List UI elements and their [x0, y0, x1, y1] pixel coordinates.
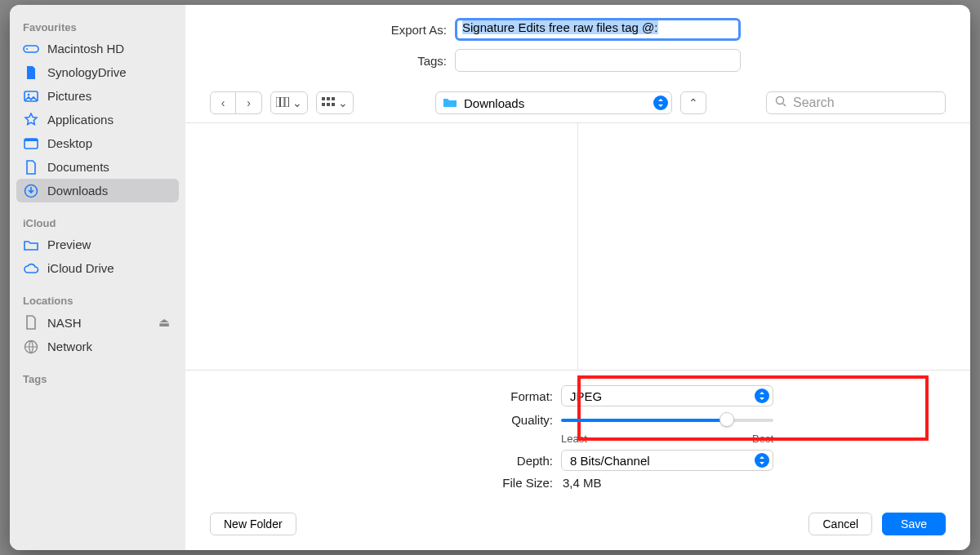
sidebar-item-pictures[interactable]: Pictures	[16, 84, 179, 108]
section-locations: Locations	[16, 290, 179, 310]
depth-value: 8 Bits/Channel	[570, 454, 650, 468]
svg-point-17	[777, 97, 784, 104]
sidebar-item-network[interactable]: Network	[16, 335, 179, 358]
format-label: Format:	[210, 389, 561, 403]
sidebar-item-label: Network	[47, 340, 92, 353]
sidebar-item-downloads[interactable]: Downloads	[16, 179, 179, 202]
folder-icon	[443, 96, 457, 110]
filesize-value: 3,4 MB	[561, 476, 602, 490]
group-button[interactable]: ⌄	[316, 91, 354, 114]
search-placeholder: Search	[793, 95, 835, 110]
search-icon	[775, 95, 786, 110]
chevron-left-icon: ‹	[221, 96, 225, 109]
sidebar-item-label: Macintosh HD	[47, 42, 124, 56]
collapse-button[interactable]: ⌃	[680, 91, 706, 114]
folder-icon	[23, 238, 39, 251]
updown-icon	[755, 388, 769, 403]
quality-max-label: Best	[752, 433, 773, 445]
document-icon	[23, 316, 39, 329]
tags-input[interactable]	[455, 49, 741, 72]
svg-rect-11	[322, 97, 325, 100]
disk-icon	[23, 42, 39, 56]
document-icon	[23, 66, 39, 79]
toolbar: ‹ › ⌄ ⌄ Downloads ⌃ Search	[185, 80, 970, 122]
grid-icon	[322, 96, 335, 109]
sidebar-item-label: iCloud Drive	[47, 261, 114, 275]
svg-rect-16	[332, 103, 335, 106]
quality-slider[interactable]	[561, 411, 773, 428]
desktop-icon	[23, 137, 39, 150]
svg-rect-8	[276, 97, 280, 107]
app-icon	[23, 113, 39, 127]
browser-column[interactable]	[578, 123, 970, 370]
quality-min-label: Least	[561, 433, 587, 445]
sidebar-item-documents[interactable]: Documents	[16, 155, 179, 179]
sidebar-item-synologydrive[interactable]: SynologyDrive	[16, 60, 179, 84]
sidebar-item-label: Downloads	[47, 184, 108, 198]
sidebar-item-label: Applications	[47, 113, 114, 127]
sidebar-item-preview[interactable]: Preview	[16, 233, 179, 256]
browser-column[interactable]	[185, 123, 578, 370]
svg-rect-10	[285, 97, 289, 107]
depth-label: Depth:	[210, 454, 561, 468]
view-columns-button[interactable]: ⌄	[270, 91, 308, 114]
svg-rect-14	[322, 103, 325, 106]
sidebar-item-applications[interactable]: Applications	[16, 108, 179, 131]
depth-select[interactable]: 8 Bits/Channel	[561, 450, 773, 471]
sidebar-item-label: NASH	[47, 316, 82, 330]
forward-button[interactable]: ›	[236, 91, 262, 114]
location-popup[interactable]: Downloads	[435, 91, 672, 114]
svg-rect-9	[281, 97, 285, 107]
chevron-right-icon: ›	[247, 96, 251, 109]
svg-rect-12	[327, 97, 330, 100]
document-icon	[23, 161, 39, 174]
sidebar-item-label: Desktop	[47, 136, 92, 150]
sidebar: Favourites Macintosh HD SynologyDrive Pi…	[10, 5, 185, 550]
sidebar-item-macintosh-hd[interactable]: Macintosh HD	[16, 37, 179, 60]
svg-rect-13	[332, 97, 335, 100]
sidebar-item-label: Documents	[47, 160, 109, 174]
new-folder-button[interactable]: New Folder	[210, 513, 296, 535]
sidebar-item-desktop[interactable]: Desktop	[16, 131, 179, 155]
export-dialog: Favourites Macintosh HD SynologyDrive Pi…	[10, 5, 970, 550]
quality-label: Quality:	[210, 413, 561, 427]
image-icon	[23, 90, 39, 103]
format-select[interactable]: JPEG	[561, 385, 773, 406]
svg-point-1	[26, 48, 28, 50]
columns-icon	[276, 96, 289, 109]
sidebar-item-label: SynologyDrive	[47, 65, 127, 79]
chevron-up-icon: ⌃	[688, 96, 698, 109]
export-as-label: Export As:	[210, 23, 455, 37]
file-browser[interactable]	[185, 122, 970, 371]
sidebar-item-icloud-drive[interactable]: iCloud Drive	[16, 256, 179, 280]
svg-rect-0	[24, 46, 38, 52]
main-panel: Export As: Signature Edits free raw file…	[185, 5, 970, 550]
svg-rect-15	[327, 103, 330, 106]
section-tags: Tags	[16, 368, 179, 388]
chevron-down-icon: ⌄	[338, 96, 348, 109]
sidebar-item-label: Pictures	[47, 89, 91, 103]
chevron-down-icon: ⌄	[292, 96, 302, 109]
search-input[interactable]: Search	[766, 91, 946, 114]
eject-icon[interactable]: ⏏	[156, 315, 172, 330]
section-favourites: Favourites	[16, 16, 179, 37]
svg-rect-5	[24, 139, 38, 141]
tags-label: Tags:	[210, 54, 455, 68]
cloud-icon	[23, 262, 39, 275]
back-button[interactable]: ‹	[210, 91, 236, 114]
svg-point-3	[28, 93, 30, 95]
cancel-button[interactable]: Cancel	[808, 513, 872, 535]
section-icloud: iCloud	[16, 212, 179, 233]
save-button[interactable]: Save	[882, 513, 946, 535]
location-label: Downloads	[464, 96, 524, 110]
sidebar-item-nash[interactable]: NASH ⏏	[16, 310, 179, 335]
updown-icon	[653, 95, 668, 110]
filename-input[interactable]: Signature Edits free raw files tag @:	[455, 18, 741, 41]
updown-icon	[755, 453, 769, 468]
format-value: JPEG	[570, 389, 602, 403]
filesize-label: File Size:	[210, 476, 561, 490]
globe-icon	[23, 340, 39, 353]
download-icon	[23, 184, 39, 198]
sidebar-item-label: Preview	[47, 238, 91, 251]
